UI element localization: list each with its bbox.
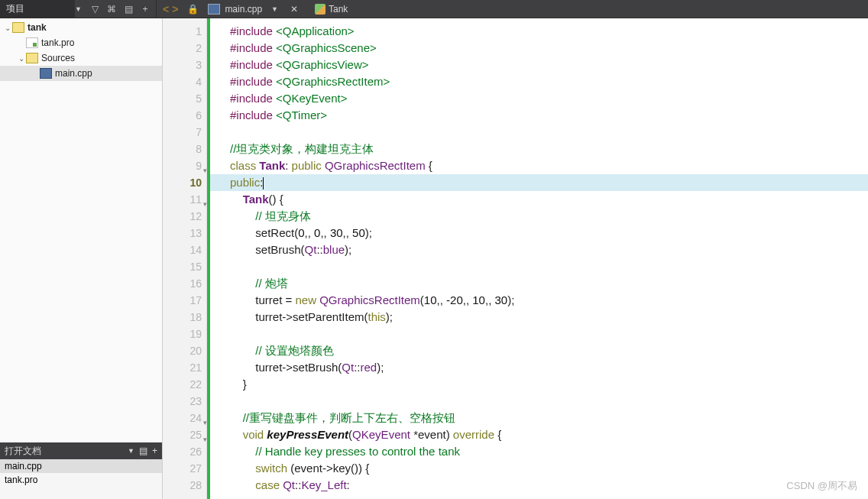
tree-row-profile[interactable]: tank.pro: [0, 35, 162, 50]
open-doc-label: tank.pro: [5, 475, 37, 485]
code-line[interactable]: // 设置炮塔颜色: [210, 342, 868, 359]
tree-row-main-cpp[interactable]: main.cpp: [0, 66, 162, 81]
code-line[interactable]: turret->setParentItem(this);: [210, 309, 868, 326]
gutter-line: 11▾: [163, 191, 206, 208]
code-line[interactable]: #include <QTimer>: [210, 107, 868, 124]
gutter-line: 13: [163, 225, 206, 241]
code-line[interactable]: #include <QApplication>: [210, 23, 868, 40]
gutter-line: 3: [163, 57, 206, 73]
code-line[interactable]: #include <QGraphicsScene>: [210, 40, 868, 57]
code-line[interactable]: //坦克类对象，构建坦克主体: [210, 141, 868, 157]
code-line[interactable]: setBrush(Qt::blue);: [210, 241, 868, 258]
expand-icon[interactable]: ⌄: [3, 24, 12, 32]
editor-tab-main[interactable]: main.cpp ▼ ✕: [202, 0, 307, 18]
code-line[interactable]: void keyPressEvent(QKeyEvent *event) ove…: [210, 426, 868, 443]
project-panel-dropdown-icon[interactable]: ▼: [75, 5, 84, 13]
project-tree[interactable]: ⌄ tank tank.pro ⌄ Sources: [0, 18, 162, 442]
code-line[interactable]: #include <QKeyEvent>: [210, 90, 868, 107]
code-line[interactable]: //重写键盘事件，判断上下左右、空格按钮: [210, 410, 868, 426]
cpp-file-icon: [40, 68, 52, 79]
tab-dropdown-icon[interactable]: ▼: [267, 5, 283, 13]
code-line[interactable]: [210, 124, 868, 141]
code-line[interactable]: class Tank: public QGraphicsRectItem {: [210, 157, 868, 174]
split-icon[interactable]: ▤: [122, 3, 134, 15]
code-line[interactable]: // Handle key presses to control the tan…: [210, 443, 868, 460]
code-line[interactable]: public:: [210, 174, 868, 191]
gutter-line: 4: [163, 73, 206, 90]
code-editor[interactable]: 123456789▾1011▾1213141516171819202122232…: [163, 18, 868, 499]
code-line[interactable]: setRect(0,, 0,, 30,, 50);: [210, 225, 868, 241]
open-doc-item[interactable]: tank.pro: [0, 473, 162, 487]
pro-file-icon: [26, 37, 38, 48]
nav-back-icon[interactable]: <: [163, 3, 169, 15]
project-sidebar: ⌄ tank tank.pro ⌄ Sources: [0, 18, 163, 499]
code-line[interactable]: switch (event->key()) {: [210, 460, 868, 477]
gutter-line: 6: [163, 107, 206, 124]
code-line[interactable]: [210, 258, 868, 275]
fold-icon[interactable]: ▾: [201, 414, 207, 420]
expand-icon[interactable]: ⌄: [17, 54, 26, 63]
tree-label: tank: [28, 22, 47, 33]
gutter-line: 14: [163, 241, 206, 258]
open-docs-header: 打开文档 ▼ ▤ +: [0, 442, 162, 459]
gutter-line: 21: [163, 359, 206, 376]
gutter-line: 23: [163, 393, 206, 410]
fold-icon[interactable]: ▾: [201, 431, 207, 437]
open-docs-split-icon[interactable]: ▤: [139, 446, 147, 456]
code-line[interactable]: }: [210, 376, 868, 393]
fold-icon[interactable]: ▾: [201, 162, 207, 168]
fold-icon[interactable]: ▾: [201, 196, 207, 202]
code-line[interactable]: #include <QGraphicsRectItem>: [210, 73, 868, 90]
lock-icon[interactable]: 🔒: [184, 4, 202, 15]
gutter-line: 5: [163, 90, 206, 107]
add-icon[interactable]: +: [139, 3, 151, 15]
code-line[interactable]: Tank() {: [210, 191, 868, 208]
cpp-file-icon: [208, 4, 220, 15]
open-doc-item[interactable]: main.cpp: [0, 459, 162, 473]
tab-close-icon[interactable]: ✕: [287, 4, 301, 15]
tree-row-sources[interactable]: ⌄ Sources: [0, 50, 162, 66]
gutter: 123456789▾1011▾1213141516171819202122232…: [163, 18, 207, 499]
gutter-line: 28: [163, 477, 206, 494]
open-docs-add-icon[interactable]: +: [152, 446, 157, 456]
gutter-line: 9▾: [163, 157, 206, 174]
project-panel-label: 项目: [6, 2, 24, 15]
code-line[interactable]: // 炮塔: [210, 275, 868, 292]
gutter-line: 15: [163, 258, 206, 275]
code-line[interactable]: #include <QGraphicsView>: [210, 57, 868, 73]
gutter-line: 17: [163, 292, 206, 309]
gutter-line: 27: [163, 460, 206, 477]
tree-label: main.cpp: [55, 68, 92, 79]
filter-icon[interactable]: ▽: [89, 3, 101, 15]
text-cursor: [263, 177, 264, 190]
gutter-line: 10: [163, 174, 206, 191]
gutter-line: 25▾: [163, 426, 206, 443]
code-area[interactable]: #include <QApplication>#include <QGraphi…: [210, 18, 868, 499]
gutter-line: 7: [163, 124, 206, 141]
gutter-line: 18: [163, 309, 206, 326]
code-line[interactable]: turret->setBrush(Qt::red);: [210, 359, 868, 376]
editor-tab-filename: main.cpp: [225, 4, 262, 15]
context-icon: [315, 4, 326, 15]
tree-label: Sources: [41, 53, 75, 63]
gutter-line: 20: [163, 342, 206, 359]
tree-label: tank.pro: [41, 37, 74, 48]
nav-forward-icon[interactable]: >: [172, 3, 178, 15]
gutter-line: 2: [163, 40, 206, 57]
open-docs-dropdown-icon[interactable]: ▼: [128, 447, 134, 455]
open-docs-list[interactable]: main.cpp tank.pro: [0, 459, 162, 499]
code-line[interactable]: case Qt::Key_Left:: [210, 477, 868, 494]
context-selector[interactable]: Tank: [307, 4, 348, 15]
code-line[interactable]: // 坦克身体: [210, 208, 868, 225]
code-line[interactable]: [210, 393, 868, 410]
nav-arrows: < >: [157, 3, 184, 15]
top-toolbar: 项目 ▼ ▽ ⌘ ▤ + < > 🔒 main.cpp ▼ ✕ Tank: [0, 0, 868, 18]
tree-row-project[interactable]: ⌄ tank: [0, 20, 162, 35]
gutter-line: 12: [163, 208, 206, 225]
link-icon[interactable]: ⌘: [105, 3, 118, 15]
code-line[interactable]: turret = new QGraphicsRectItem(10,, -20,…: [210, 292, 868, 309]
code-line[interactable]: [210, 326, 868, 342]
gutter-line: 24▾: [163, 410, 206, 426]
project-panel-title: 项目: [0, 0, 75, 18]
context-label: Tank: [329, 4, 348, 15]
